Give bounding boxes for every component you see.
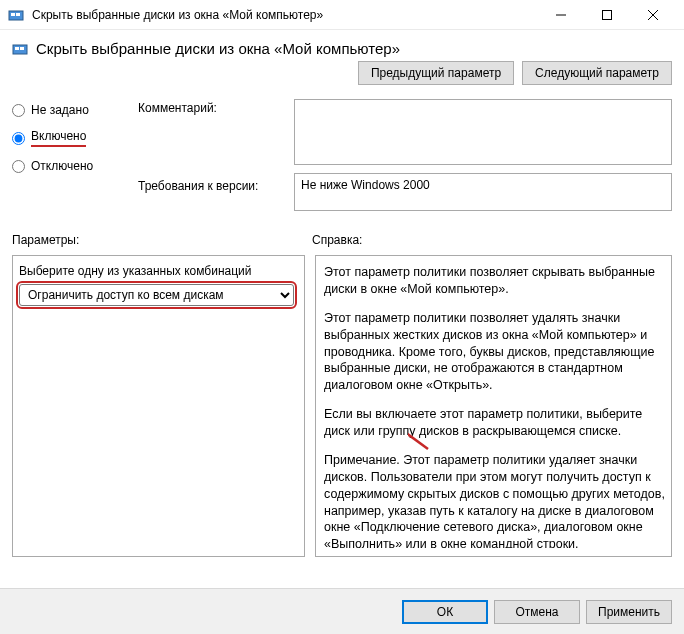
policy-icon — [12, 41, 28, 57]
svg-rect-9 — [20, 47, 24, 50]
maximize-button[interactable] — [584, 0, 630, 30]
drives-combo[interactable]: Ограничить доступ ко всем дискам — [19, 284, 294, 306]
policy-title: Скрыть выбранные диски из окна «Мой комп… — [36, 40, 672, 57]
window-title: Скрыть выбранные диски из окна «Мой комп… — [32, 8, 538, 22]
comment-label: Комментарий: — [138, 101, 288, 179]
cancel-button[interactable]: Отмена — [494, 600, 580, 624]
minimize-button[interactable] — [538, 0, 584, 30]
options-pane: Выберите одну из указанных комбинаций Ог… — [12, 255, 305, 557]
close-button[interactable] — [630, 0, 676, 30]
radio-enabled[interactable]: Включено — [12, 129, 132, 147]
radio-disabled[interactable]: Отключено — [12, 159, 132, 173]
comment-field[interactable] — [294, 99, 672, 165]
app-icon — [8, 7, 24, 23]
apply-button[interactable]: Применить — [586, 600, 672, 624]
next-setting-button[interactable]: Следующий параметр — [522, 61, 672, 85]
supported-field: Не ниже Windows 2000 — [294, 173, 672, 211]
combo-label: Выберите одну из указанных комбинаций — [19, 264, 298, 278]
svg-rect-2 — [16, 13, 20, 16]
options-section-label: Параметры: — [12, 233, 79, 247]
svg-rect-1 — [11, 13, 15, 16]
help-pane: Этот параметр политики позволяет скрыват… — [315, 255, 672, 557]
svg-rect-8 — [15, 47, 19, 50]
help-section-label: Справка: — [312, 233, 362, 247]
svg-rect-4 — [603, 10, 612, 19]
radio-not-configured[interactable]: Не задано — [12, 103, 132, 117]
help-text[interactable]: Этот параметр политики позволяет скрыват… — [324, 264, 671, 548]
previous-setting-button[interactable]: Предыдущий параметр — [358, 61, 514, 85]
ok-button[interactable]: ОК — [402, 600, 488, 624]
supported-label: Требования к версии: — [138, 179, 288, 219]
